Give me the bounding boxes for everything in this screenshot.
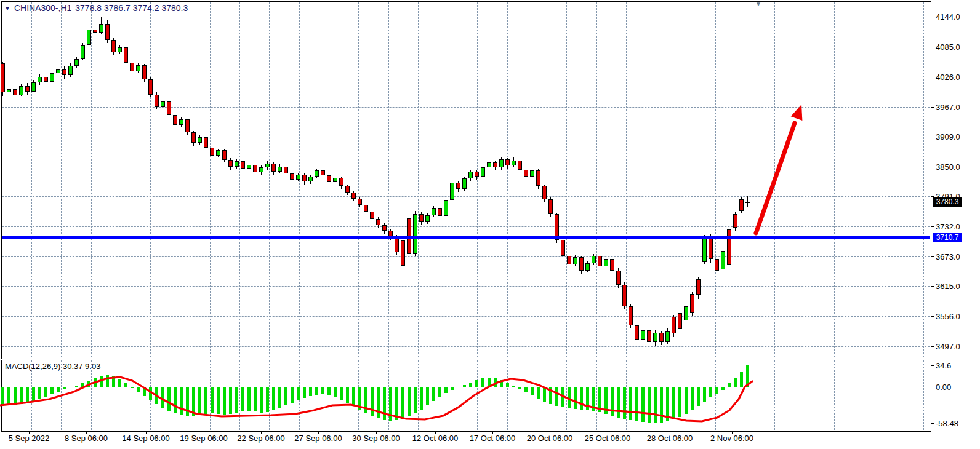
candle-body xyxy=(548,199,553,215)
macd-histogram-bar xyxy=(272,387,275,410)
candle-body xyxy=(425,215,430,222)
grid-line-vertical xyxy=(894,360,894,430)
time-axis-label: 12 Oct 06:00 xyxy=(412,434,458,443)
macd-axis-label: 34.6 xyxy=(936,361,951,370)
scroll-shift-marker-icon[interactable]: ▼ xyxy=(755,1,761,7)
candle-body xyxy=(155,95,159,107)
price-axis-tick xyxy=(931,77,934,77)
candle-body xyxy=(413,214,417,254)
candle-body xyxy=(518,161,522,170)
grid-line-vertical xyxy=(745,360,745,430)
candle-body xyxy=(487,162,491,167)
macd-histogram-bar xyxy=(198,387,201,415)
candle-body xyxy=(364,205,368,212)
macd-histogram-bar xyxy=(192,387,195,416)
candle-body xyxy=(93,30,97,33)
symbol-dropdown-icon[interactable]: ▼ xyxy=(4,5,10,12)
grid-line-vertical xyxy=(180,2,180,357)
macd-histogram-bar xyxy=(321,387,324,394)
macd-indicator-label: MACD(12,26,9) 30.37 9.03 xyxy=(5,362,100,371)
macd-histogram-bar xyxy=(297,387,300,400)
candle-body xyxy=(185,119,190,132)
macd-histogram-bar xyxy=(641,387,645,422)
price-axis-label: 3850.0 xyxy=(936,162,960,172)
macd-histogram-bar xyxy=(438,387,441,397)
price-axis-label: 4144.0 xyxy=(936,12,960,22)
macd-histogram-bar xyxy=(87,381,90,387)
candle-body xyxy=(739,199,744,211)
candle-body xyxy=(173,115,177,125)
chart-canvas: 4144.04085.04026.03967.03909.03850.03791… xyxy=(0,0,980,449)
candle-body xyxy=(50,73,54,82)
macd-histogram-bar xyxy=(383,387,386,420)
candle-body xyxy=(481,167,485,177)
grid-line-vertical xyxy=(656,2,656,357)
time-axis-tick xyxy=(608,431,608,434)
candle-body xyxy=(130,63,134,71)
candle-body xyxy=(235,161,239,166)
macd-histogram-bar xyxy=(217,387,220,414)
candle-body xyxy=(444,200,448,216)
candle-body xyxy=(204,137,208,148)
macd-histogram-bar xyxy=(229,387,232,414)
grid-line-vertical xyxy=(358,2,359,357)
grid-line-vertical xyxy=(91,2,92,357)
macd-histogram-bar xyxy=(531,387,534,395)
macd-histogram-bar xyxy=(518,387,521,389)
macd-histogram-bar xyxy=(94,378,97,387)
grid-line-vertical xyxy=(805,360,805,430)
macd-histogram-bar xyxy=(721,387,725,390)
grid-line-vertical xyxy=(864,360,864,430)
macd-histogram-bar xyxy=(691,387,694,410)
macd-histogram-bar xyxy=(1,387,4,404)
candle-body xyxy=(345,186,350,193)
macd-histogram-bar xyxy=(131,387,134,388)
price-axis-tick xyxy=(931,107,934,108)
ohlc-values: 3778.8 3786.7 3774.2 3780.3 xyxy=(75,3,188,13)
grid-line-horizontal xyxy=(2,346,930,347)
time-axis-label: 19 Sep 06:00 xyxy=(180,434,227,443)
grid-line-vertical xyxy=(269,360,270,430)
time-axis-tick xyxy=(435,431,436,434)
candle-body xyxy=(7,89,11,93)
time-axis-tick xyxy=(732,431,733,434)
macd-histogram-bar xyxy=(549,387,552,404)
candle-body xyxy=(327,175,331,182)
time-axis-tick xyxy=(86,431,87,434)
macd-histogram-bar xyxy=(7,387,10,405)
grid-line-vertical xyxy=(388,2,389,357)
candle-body xyxy=(136,65,140,71)
candle-body xyxy=(672,317,676,333)
candle-body xyxy=(44,77,48,82)
macd-histogram-bar xyxy=(537,387,540,399)
candle-body xyxy=(678,313,682,329)
price-axis-label: 3615.0 xyxy=(936,282,960,291)
grid-line-vertical xyxy=(418,2,419,357)
grid-line-vertical xyxy=(923,2,924,357)
time-axis-label: 8 Sep 06:00 xyxy=(65,434,108,443)
candle-body xyxy=(684,306,688,320)
macd-histogram-bar xyxy=(463,385,466,387)
last-price-badge: 3780.3 xyxy=(933,197,962,207)
grid-line-horizontal xyxy=(2,17,930,17)
macd-histogram-bar xyxy=(654,387,657,423)
price-axis-tick xyxy=(931,286,934,287)
candle-body xyxy=(573,257,577,264)
macd-histogram-bar xyxy=(161,387,164,408)
macd-histogram-bar xyxy=(740,372,743,387)
macd-histogram-bar xyxy=(715,387,718,394)
horizontal-line-object[interactable] xyxy=(2,236,930,239)
macd-histogram-bar xyxy=(481,378,484,387)
candle-body xyxy=(31,82,36,92)
candle-body xyxy=(579,257,584,271)
candle-body xyxy=(167,101,171,115)
candle-body xyxy=(259,167,263,172)
candle-body xyxy=(542,186,547,199)
candle-body xyxy=(641,330,645,340)
candle-body xyxy=(198,137,202,143)
price-axis-tick xyxy=(931,256,934,257)
macd-histogram-bar xyxy=(574,387,577,409)
grid-line-vertical xyxy=(448,360,448,430)
candle-body xyxy=(296,175,300,180)
grid-line-horizontal xyxy=(2,256,930,257)
